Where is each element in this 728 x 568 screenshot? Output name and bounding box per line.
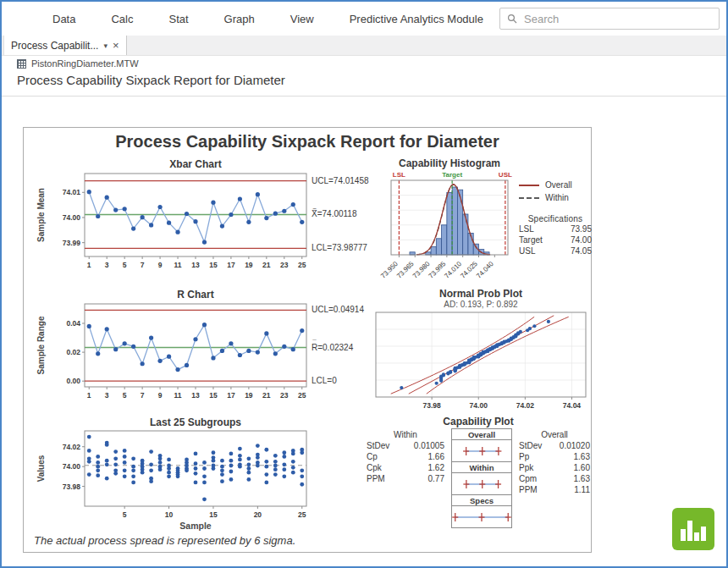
data-point bbox=[202, 480, 207, 484]
worksheet-link[interactable]: PistonRingDiameter.MTW bbox=[17, 58, 139, 69]
data-point bbox=[96, 468, 100, 472]
svg-text:1: 1 bbox=[87, 391, 91, 400]
menu-stat[interactable]: Stat bbox=[168, 13, 188, 25]
hist-svg: Capability HistogramLSLTargetUSL73.95073… bbox=[379, 157, 515, 288]
data-point bbox=[246, 349, 251, 353]
worksheet-name: PistonRingDiameter.MTW bbox=[31, 58, 139, 69]
xbar-ylabel: Sample Mean bbox=[36, 188, 46, 242]
hist-bar bbox=[436, 239, 441, 255]
minitab-logo-icon[interactable] bbox=[672, 508, 714, 550]
data-point bbox=[282, 462, 286, 466]
table-row: Cpk1.62 bbox=[367, 462, 444, 473]
svg-text:19: 19 bbox=[245, 261, 253, 269]
within-stats-title: Within bbox=[367, 429, 444, 440]
xbar-svg: Xbar ChartSample Mean73.9974.0074.011357… bbox=[34, 157, 381, 285]
data-point bbox=[96, 473, 100, 477]
data-point bbox=[300, 450, 304, 455]
data-point bbox=[87, 449, 91, 453]
specifications-title: Specifications bbox=[519, 214, 592, 223]
table-row: Pp1.63 bbox=[519, 451, 590, 462]
data-point bbox=[291, 460, 295, 464]
rchart-svg: R ChartSample Range0.000.020.04135791113… bbox=[34, 287, 381, 416]
minitab-window: Data Calc Stat Graph View Predictive Ana… bbox=[0, 0, 728, 568]
data-point bbox=[96, 460, 100, 465]
data-point bbox=[105, 196, 109, 200]
menu-data[interactable]: Data bbox=[52, 13, 75, 25]
data-point bbox=[273, 212, 278, 216]
data-point bbox=[212, 466, 216, 471]
table-row: Cp1.66 bbox=[367, 451, 444, 462]
data-point bbox=[449, 370, 452, 373]
output-title: Process Capability Sixpack Report for Di… bbox=[17, 73, 285, 87]
data-point bbox=[113, 471, 118, 476]
lcl-label: LCL=0 bbox=[312, 376, 337, 385]
data-point bbox=[87, 324, 91, 328]
data-point bbox=[220, 465, 224, 469]
capability-overall-interval bbox=[451, 439, 512, 462]
data-point bbox=[229, 477, 234, 482]
search-box[interactable] bbox=[499, 8, 720, 30]
data-point bbox=[158, 456, 163, 460]
close-icon[interactable]: × bbox=[113, 40, 119, 51]
data-point bbox=[96, 455, 100, 459]
tab-bar: Process Capabilit... ▾ × bbox=[2, 36, 726, 56]
xbar-chart: Xbar ChartSample Mean73.9974.0074.011357… bbox=[34, 157, 381, 285]
last-25-subgroups-chart: Last 25 SubgroupsValues73.9874.0074.0251… bbox=[34, 416, 381, 534]
data-point bbox=[185, 212, 189, 216]
rchart-title: R Chart bbox=[177, 289, 213, 301]
svg-text:73.98: 73.98 bbox=[63, 483, 81, 491]
data-point bbox=[149, 468, 153, 472]
data-point bbox=[220, 459, 224, 463]
menu-graph[interactable]: Graph bbox=[224, 13, 255, 25]
data-point bbox=[212, 459, 216, 463]
svg-text:5: 5 bbox=[123, 391, 127, 400]
hist-bar bbox=[442, 225, 447, 255]
normal-prob-plot: Normal Prob PlotAD: 0.193, P: 0.89273.98… bbox=[369, 287, 593, 416]
svg-text:25: 25 bbox=[298, 510, 306, 519]
svg-text:13: 13 bbox=[191, 261, 200, 269]
data-point bbox=[113, 347, 118, 351]
data-point bbox=[291, 471, 295, 475]
ucl-label: UCL=74.01458 bbox=[312, 176, 369, 185]
menu-calc[interactable]: Calc bbox=[111, 13, 133, 25]
data-point bbox=[149, 462, 153, 466]
svg-text:17: 17 bbox=[227, 391, 235, 400]
data-point bbox=[158, 460, 163, 465]
data-point bbox=[273, 351, 278, 356]
spec-row-usl: USL 74.05 bbox=[519, 245, 592, 256]
data-point bbox=[141, 361, 145, 366]
data-point bbox=[300, 468, 304, 472]
data-point bbox=[273, 467, 278, 471]
svg-text:23: 23 bbox=[280, 391, 289, 400]
data-point bbox=[442, 372, 445, 376]
data-point bbox=[96, 351, 100, 356]
svg-text:74.02: 74.02 bbox=[63, 443, 81, 451]
data-point bbox=[238, 196, 242, 201]
data-point bbox=[264, 331, 268, 335]
data-point bbox=[229, 464, 234, 468]
data-point bbox=[246, 477, 251, 482]
menu-predictive-analytics[interactable]: Predictive Analytics Module bbox=[350, 13, 483, 25]
data-point bbox=[435, 382, 438, 385]
data-point bbox=[113, 207, 118, 212]
data-point bbox=[149, 449, 153, 454]
spec-label: Target bbox=[442, 171, 462, 179]
data-point bbox=[238, 454, 242, 458]
search-input[interactable] bbox=[522, 12, 712, 26]
r-chart: R ChartSample Range0.000.020.04135791113… bbox=[34, 287, 381, 416]
data-point bbox=[193, 219, 197, 223]
data-point bbox=[113, 462, 118, 466]
sixpack-report-figure[interactable]: Process Capability Sixpack Report for Di… bbox=[23, 127, 592, 553]
menu-view[interactable]: View bbox=[290, 13, 314, 25]
data-point bbox=[246, 456, 251, 460]
data-point bbox=[264, 480, 268, 484]
data-point bbox=[528, 327, 532, 330]
chevron-down-icon[interactable]: ▾ bbox=[103, 41, 108, 50]
data-point bbox=[194, 461, 198, 466]
capability-within-interval bbox=[451, 472, 512, 495]
data-point bbox=[202, 474, 207, 478]
data-point bbox=[211, 356, 215, 360]
table-row: PPM0.77 bbox=[367, 473, 444, 484]
tab-process-capability[interactable]: Process Capabilit... ▾ × bbox=[3, 36, 127, 55]
data-point bbox=[131, 345, 135, 349]
